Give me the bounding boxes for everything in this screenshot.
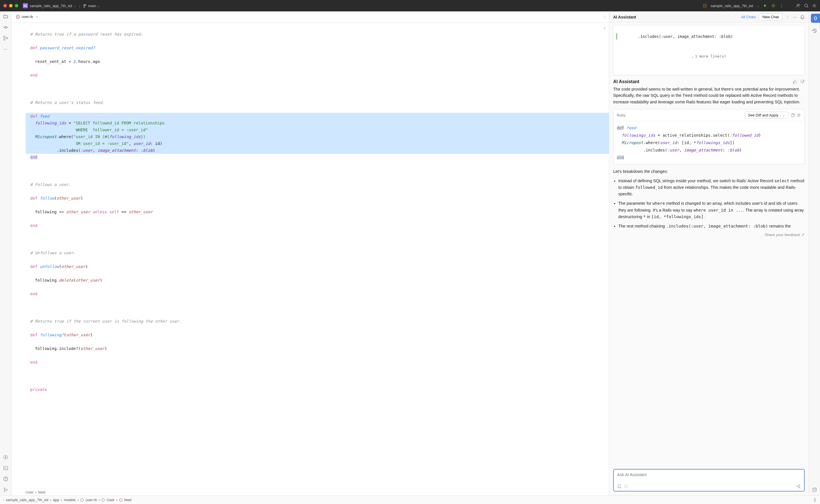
close-window-button[interactable] (3, 4, 7, 7)
change-explanation-list: Instead of defining SQL strings inside y… (618, 178, 805, 230)
new-chat-button[interactable]: New Chat (759, 13, 782, 21)
left-tool-rail: ⋯ (0, 11, 11, 495)
run-button[interactable] (763, 3, 768, 8)
breakdown-intro: Let's breakdown the changes: (613, 168, 805, 175)
svg-point-11 (4, 488, 5, 489)
file-tab[interactable]: R user.rb × (14, 11, 40, 22)
assistant-input[interactable] (617, 472, 801, 482)
class-icon (101, 498, 105, 502)
svg-rect-9 (4, 466, 8, 470)
chevron-down-icon[interactable]: ⌄ (73, 4, 76, 8)
debug-button[interactable] (771, 3, 776, 8)
titlebar: SE sample_rails_app_7th_ed ⌄ | main ⌄ sa… (0, 0, 820, 11)
breadcrumb-method: feed (38, 490, 45, 494)
svg-point-21 (119, 499, 122, 501)
branch-icon (83, 4, 87, 8)
more-icon[interactable]: ⋮ (785, 15, 790, 19)
run-config-name[interactable]: sample_rails_app_7th_ed (711, 4, 753, 8)
thumbs-up-icon[interactable] (793, 79, 797, 84)
svg-point-4 (5, 26, 7, 28)
sb-models[interactable]: models (64, 498, 76, 502)
prior-code-line: .includes(:user, image_attachment: :blob… (616, 33, 801, 40)
code-editor[interactable]: ✓# Returns true if a password reset has … (11, 23, 609, 489)
editor-breadcrumb[interactable]: User › feed (11, 489, 609, 495)
send-icon[interactable] (796, 484, 801, 489)
sb-app[interactable]: app (53, 498, 59, 502)
svg-rect-5 (4, 36, 5, 38)
breadcrumb-separator: › (35, 490, 36, 494)
minimize-icon[interactable]: — (793, 15, 797, 19)
tab-filename: user.rb (22, 15, 33, 19)
insert-icon[interactable] (797, 113, 801, 117)
assistant-body[interactable]: .includes(:user, image_attachment: :blob… (609, 23, 809, 466)
close-tab-icon[interactable]: × (36, 15, 38, 19)
expand-label: 1 more line(s) (695, 54, 726, 58)
copy-icon[interactable] (791, 113, 795, 117)
search-icon[interactable] (804, 3, 809, 8)
editor-tabs: R user.rb × ⋮ (11, 11, 609, 23)
ruby-file-icon: R (16, 15, 20, 19)
notifications-icon[interactable] (800, 15, 805, 19)
share-feedback-link[interactable]: Share your feedback ↗ (613, 232, 805, 237)
svg-point-12 (4, 491, 5, 492)
attach-file-icon[interactable] (624, 484, 628, 488)
terminal-tool-icon[interactable] (3, 465, 9, 471)
assistant-header: AI Assistant All Chats New Chat ⋮ — (609, 11, 809, 23)
window-controls (3, 4, 18, 7)
project-tool-icon[interactable] (3, 14, 9, 19)
sb-class[interactable]: User (107, 498, 114, 502)
run-config-icon[interactable] (703, 3, 707, 8)
svg-rect-7 (6, 37, 8, 39)
svg-point-13 (6, 489, 7, 490)
svg-text:R: R (17, 16, 19, 18)
minimize-window-button[interactable] (9, 4, 13, 7)
assistant-header-title: AI Assistant (613, 15, 636, 19)
problems-tool-icon[interactable] (3, 476, 9, 482)
svg-point-2 (805, 4, 807, 7)
method-icon (119, 498, 122, 502)
sb-file[interactable]: user.rb (85, 498, 97, 502)
list-item: The parameter for where method is change… (618, 200, 805, 220)
statusbar: ▫ sample_rails_app_7th_ed › app › models… (0, 495, 820, 504)
structure-tool-icon[interactable] (3, 35, 9, 41)
assistant-message-title: AI Assistant (613, 79, 639, 84)
svg-point-3 (814, 5, 815, 7)
thumbs-down-icon[interactable] (800, 79, 805, 84)
project-name[interactable]: sample_rails_app_7th_ed (30, 4, 72, 8)
ai-assistant-tool-icon[interactable] (811, 14, 820, 23)
all-chats-link[interactable]: All Chats (741, 15, 756, 19)
code-language-label: Ruby (617, 113, 625, 117)
sb-project[interactable]: sample_rails_app_7th_ed (6, 498, 48, 502)
run-tool-icon[interactable] (3, 454, 9, 460)
commit-tool-icon[interactable] (3, 24, 9, 30)
chevron-down-icon[interactable]: ⌄ (756, 4, 760, 8)
vcs-tool-icon[interactable] (3, 487, 9, 493)
settings-icon[interactable] (812, 3, 817, 8)
module-icon: ▫ (3, 498, 4, 502)
svg-rect-6 (4, 39, 5, 40)
branch-name: main (88, 4, 96, 8)
status-indicator-icon[interactable] (813, 498, 817, 502)
svg-point-18 (813, 488, 816, 489)
git-branch-selector[interactable]: main ⌄ (83, 4, 100, 8)
more-icon[interactable]: ⋮ (779, 3, 784, 8)
svg-rect-16 (792, 114, 794, 117)
tab-actions-icon[interactable]: ⋮ (603, 15, 607, 19)
prior-code-block: .includes(:user, image_attachment: :blob… (613, 25, 805, 75)
database-tool-icon[interactable] (812, 487, 817, 493)
see-diff-apply-button[interactable]: See Diff and Apply ⌄ (745, 112, 788, 119)
breadcrumb-class: User (26, 490, 33, 494)
add-user-icon[interactable] (796, 3, 801, 8)
sb-method[interactable]: feed (124, 498, 131, 502)
list-item: The rest method chaining .includes(:user… (618, 223, 805, 230)
assistant-input-box[interactable] (613, 469, 805, 491)
separator: | (79, 4, 80, 8)
svg-point-19 (81, 499, 83, 501)
inspection-ok-icon[interactable]: ✓ (604, 24, 606, 31)
more-tool-icon[interactable]: ⋯ (3, 46, 9, 52)
svg-point-1 (797, 4, 799, 6)
expand-lines-button[interactable]: ⌄1 more line(s) (616, 52, 801, 61)
bookmark-icon[interactable] (617, 484, 621, 488)
maximize-window-button[interactable] (15, 4, 18, 7)
history-tool-icon[interactable] (812, 28, 817, 34)
